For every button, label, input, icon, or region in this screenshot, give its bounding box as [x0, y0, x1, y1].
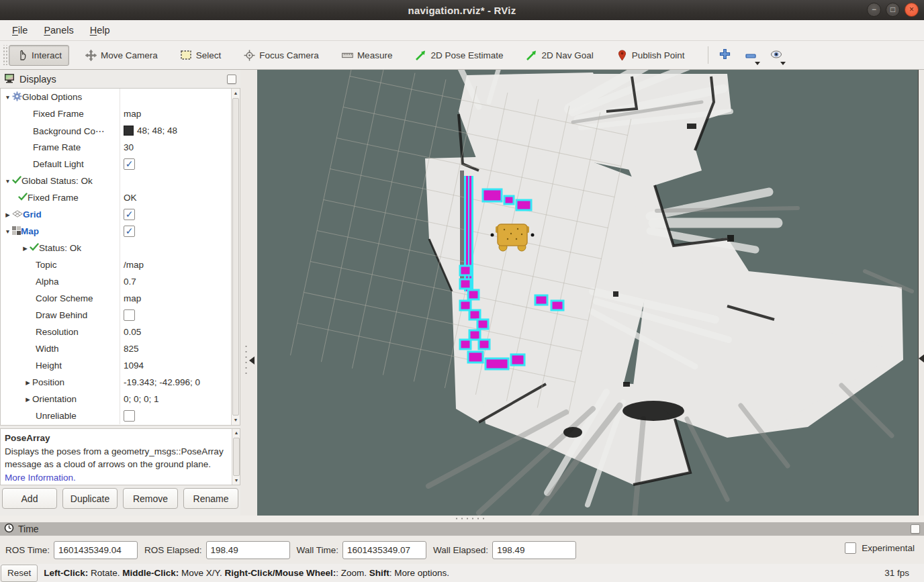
tree-row-status-ok[interactable]: ▶Status: Ok	[1, 240, 240, 256]
scroll-down-icon[interactable]: ▼	[232, 477, 240, 485]
menu-file[interactable]: File	[5, 22, 34, 38]
toolbar-drag-handle[interactable]	[2, 45, 7, 65]
time-field-input[interactable]	[54, 541, 138, 559]
checkbox-unchecked[interactable]	[124, 309, 135, 321]
tool-publish-point[interactable]: Publish Point	[610, 46, 692, 65]
close-button[interactable]: ×	[905, 3, 919, 17]
scroll-down-icon[interactable]: ▼	[232, 416, 240, 424]
time-field-input[interactable]	[492, 541, 576, 559]
property-value-cell[interactable]: 0; 0; 0; 1	[120, 391, 240, 407]
dropdown-arrow-icon[interactable]	[755, 62, 760, 65]
tree-row-topic[interactable]: Topic/map	[1, 256, 240, 273]
tree-row-orientation[interactable]: ▶Orientation0; 0; 0; 1	[1, 391, 240, 407]
scrollbar-handle[interactable]	[233, 438, 240, 476]
time-float-button[interactable]	[911, 524, 920, 534]
property-value-cell[interactable]: ✓	[120, 223, 240, 240]
checkbox-checked[interactable]: ✓	[124, 158, 135, 170]
experimental-checkbox[interactable]	[845, 542, 856, 554]
tree-row-width[interactable]: Width825	[1, 340, 240, 357]
collapse-right-arrow-icon[interactable]	[919, 354, 924, 362]
right-panel-splitter[interactable]	[918, 70, 924, 516]
tree-row-background-co-[interactable]: Background Co⋯48; 48; 48	[1, 122, 240, 139]
property-value-cell[interactable]: /map	[120, 256, 240, 273]
reset-button[interactable]: Reset	[1, 565, 38, 582]
property-value-cell[interactable]: 825	[120, 340, 240, 357]
add-button[interactable]: Add	[2, 488, 57, 509]
property-value-cell[interactable]	[120, 307, 240, 324]
property-value-cell[interactable]	[120, 173, 240, 189]
property-value-cell[interactable]: OK	[120, 189, 240, 206]
tree-row-default-light[interactable]: Default Light✓	[1, 156, 240, 173]
property-value-cell[interactable]: 1094	[120, 357, 240, 374]
tool-select[interactable]: Select	[174, 46, 228, 65]
tree-row-global-status-ok[interactable]: ▼Global Status: Ok	[1, 173, 240, 189]
displays-float-button[interactable]	[227, 75, 236, 84]
checkbox-checked[interactable]: ✓	[124, 209, 135, 220]
expander-closed-icon[interactable]: ▶	[3, 211, 12, 218]
remove-button[interactable]: Remove	[123, 488, 178, 509]
tree-row-alpha[interactable]: Alpha0.7	[1, 273, 240, 290]
add-tool-button[interactable]	[715, 45, 735, 65]
expander-closed-icon[interactable]: ▶	[24, 396, 32, 403]
tool-move-camera[interactable]: Move Camera	[79, 46, 165, 65]
tool-2d-pose-estimate[interactable]: 2D Pose Estimate	[408, 46, 510, 65]
property-value-cell[interactable]: 0.05	[120, 324, 240, 340]
time-panel-splitter[interactable]	[0, 516, 924, 522]
tree-row-draw-behind[interactable]: Draw Behind	[1, 307, 240, 324]
maximize-button[interactable]: □	[886, 3, 900, 17]
property-value-cell[interactable]	[120, 240, 240, 256]
tool-2d-nav-goal[interactable]: 2D Nav Goal	[519, 46, 600, 65]
tree-row-height[interactable]: Height1094	[1, 357, 240, 374]
tree-row-unreliable[interactable]: Unreliable	[1, 407, 240, 424]
menu-help[interactable]: Help	[83, 22, 117, 38]
expander-closed-icon[interactable]: ▶	[24, 379, 32, 386]
tree-row-map[interactable]: ▼Map✓	[1, 223, 240, 240]
expander-open-icon[interactable]: ▼	[3, 228, 12, 235]
scroll-up-icon[interactable]: ▲	[232, 89, 240, 97]
property-value-cell[interactable]: ✓	[120, 156, 240, 173]
rename-button[interactable]: Rename	[183, 488, 238, 509]
property-value-cell[interactable]: -19.343; -42.996; 0	[120, 374, 240, 391]
expander-open-icon[interactable]: ▼	[3, 94, 12, 101]
tree-row-fixed-frame[interactable]: Fixed Framemap	[1, 105, 240, 122]
scroll-up-icon[interactable]: ▲	[232, 429, 240, 437]
tool-focus-camera[interactable]: Focus Camera	[237, 46, 326, 65]
scrollbar-handle[interactable]	[232, 98, 239, 416]
more-information-link[interactable]: More Information.	[5, 473, 76, 483]
property-value-cell[interactable]: ✓	[120, 206, 240, 223]
duplicate-button[interactable]: Duplicate	[62, 488, 118, 509]
time-field-input[interactable]	[342, 541, 426, 559]
collapse-left-arrow-icon[interactable]	[249, 356, 255, 365]
help-scrollbar[interactable]: ▲ ▼	[232, 428, 240, 485]
checkbox-checked[interactable]: ✓	[124, 226, 135, 237]
property-value-cell[interactable]: 0.7	[120, 273, 240, 290]
panel-splitter[interactable]	[240, 70, 257, 516]
tool-interact[interactable]: Interact	[9, 45, 69, 66]
tree-row-resolution[interactable]: Resolution0.05	[1, 324, 240, 340]
expander-open-icon[interactable]: ▼	[3, 178, 12, 185]
splitter-handle[interactable]	[454, 518, 485, 520]
render-viewport[interactable]	[257, 70, 918, 516]
displays-tree-scrollbar[interactable]: ▲ ▼	[231, 89, 240, 425]
tree-row-frame-rate[interactable]: Frame Rate30	[1, 139, 240, 156]
title-bar[interactable]: navigation.rviz* - RViz −□×	[0, 0, 924, 20]
tool-measure[interactable]: Measure	[335, 46, 400, 65]
splitter-handle[interactable]	[245, 344, 247, 377]
property-value-cell[interactable]	[120, 89, 240, 105]
property-value-cell[interactable]	[120, 407, 240, 424]
tree-row-grid[interactable]: ▶Grid✓	[1, 206, 240, 223]
dropdown-arrow-icon[interactable]	[780, 62, 786, 65]
tree-row-color-scheme[interactable]: Color Schememap	[1, 290, 240, 307]
property-value-cell[interactable]: map	[120, 290, 240, 307]
tree-row-global-options[interactable]: ▼Global Options	[1, 89, 240, 105]
menu-panels[interactable]: Panels	[37, 22, 80, 38]
checkbox-unchecked[interactable]	[124, 410, 135, 422]
minimize-button[interactable]: −	[867, 3, 881, 17]
property-value-cell[interactable]: 48; 48; 48	[120, 122, 240, 139]
property-value-cell[interactable]: map	[120, 105, 240, 122]
time-field-input[interactable]	[206, 541, 290, 559]
tree-row-fixed-frame[interactable]: Fixed FrameOK	[1, 189, 240, 206]
remove-tool-button[interactable]	[741, 45, 761, 65]
tree-row-position[interactable]: ▶Position-19.343; -42.996; 0	[1, 374, 240, 391]
expander-closed-icon[interactable]: ▶	[21, 245, 30, 252]
